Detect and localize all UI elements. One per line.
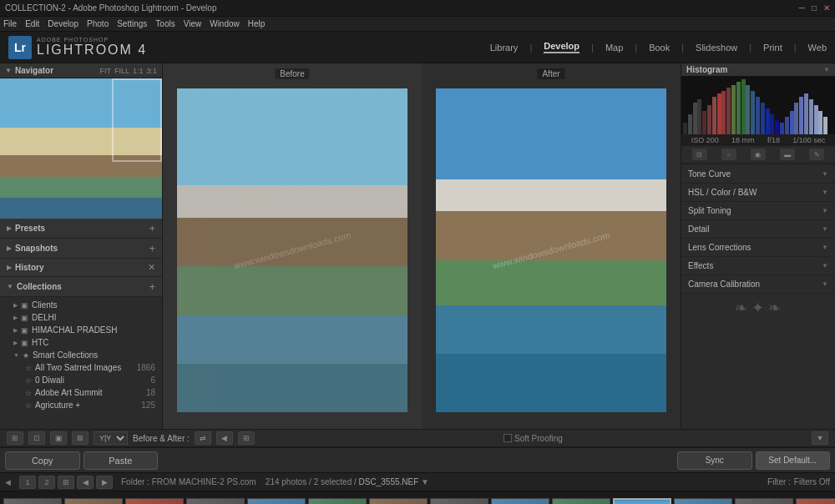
logo-area: Lr ADOBE PHOTOSHOP LIGHTROOM 4: [8, 36, 147, 59]
collection-clients[interactable]: ▶ ▣ Clients: [0, 299, 162, 311]
filmstrip-info-bar: ◀ 1 2 ⊞ ◀ ▶ Folder : FROM MACHINE-2 PS.c…: [0, 472, 835, 491]
snapshots-section-header[interactable]: ▶ Snapshots +: [0, 239, 162, 259]
nav-book[interactable]: Book: [649, 43, 670, 53]
filmstrip-thumb-7[interactable]: [369, 498, 428, 505]
copy-paste-bar: Copy Paste Sync Set Default...: [0, 447, 835, 472]
prev-btn[interactable]: ◀: [216, 431, 233, 445]
right-panel: Histogram ▼ ISO 200 18 mm f/18 1/100 sec…: [681, 63, 835, 429]
nav-print[interactable]: Print: [763, 43, 782, 53]
collection-smart[interactable]: ▼ ★ Smart Collections: [0, 349, 162, 361]
navigator-section-header[interactable]: ▼ Navigator FIT FILL 1:1 3:1: [0, 63, 162, 78]
collection-adobe-art[interactable]: ☆ Adobe Art Summit 18: [0, 386, 162, 399]
filmstrip-grid[interactable]: ⊞: [58, 476, 74, 489]
filmstrip-thumb-10[interactable]: [552, 498, 610, 505]
spot-heal-icon[interactable]: ○: [721, 149, 736, 160]
view-grid-btn[interactable]: ⊞: [7, 431, 23, 445]
brush-icon[interactable]: ✎: [809, 149, 824, 160]
set-default-button[interactable]: Set Default...: [756, 451, 831, 470]
nav-map[interactable]: Map: [605, 43, 623, 53]
collection-diwali[interactable]: ☆ 0 Diwali 6: [0, 374, 162, 386]
sync-button[interactable]: Sync: [677, 451, 752, 470]
history-clear-btn[interactable]: ✕: [148, 262, 155, 273]
filmstrip-nav-1[interactable]: 1: [19, 476, 36, 489]
presets-section-header[interactable]: ▶ Presets +: [0, 219, 162, 239]
menu-help[interactable]: Help: [248, 19, 266, 28]
mode-select[interactable]: Y|Y: [94, 431, 128, 445]
nav-web[interactable]: Web: [808, 43, 827, 53]
exif-shutter: 1/100 sec: [792, 136, 825, 144]
nav-1-1[interactable]: 1:1: [133, 67, 144, 75]
menu-photo[interactable]: Photo: [87, 19, 109, 28]
menu-develop[interactable]: Develop: [48, 19, 78, 28]
gradient-icon[interactable]: ▬: [780, 149, 795, 160]
minimize-btn[interactable]: ─: [799, 3, 805, 13]
snapshots-add-btn[interactable]: +: [149, 242, 155, 255]
history-arrow: ▶: [7, 264, 12, 271]
copy-button[interactable]: Copy: [5, 451, 80, 470]
history-section-header[interactable]: ▶ History ✕: [0, 259, 162, 277]
nav-fill[interactable]: FILL: [114, 67, 129, 75]
filmstrip-thumb-13[interactable]: [735, 498, 793, 505]
filmstrip-thumb-4[interactable]: [186, 498, 245, 505]
menu-view[interactable]: View: [184, 19, 202, 28]
menu-tools[interactable]: Tools: [155, 19, 175, 28]
nav-library[interactable]: Library: [490, 43, 519, 53]
section-detail[interactable]: Detail ▼: [681, 220, 835, 239]
nav-fit[interactable]: FIT: [99, 67, 111, 75]
filmstrip-thumb-8[interactable]: [430, 498, 488, 505]
nav-3-1[interactable]: 3:1: [146, 67, 157, 75]
view-loupe-btn[interactable]: ⊡: [28, 431, 45, 445]
collections-section-header[interactable]: ▼ Collections +: [0, 277, 162, 297]
menubar: File Edit Develop Photo Settings Tools V…: [0, 17, 835, 32]
layout-btn[interactable]: ⊞: [238, 431, 255, 445]
collection-two-starred[interactable]: ☆ All Two Satrred Images 1866: [0, 361, 162, 374]
collection-agricuture[interactable]: ☆ Agricuture + 125: [0, 399, 162, 411]
toolbar-right-arrow[interactable]: ▼: [812, 431, 828, 445]
maximize-btn[interactable]: □: [812, 3, 817, 13]
collections-add-btn[interactable]: +: [149, 280, 155, 293]
menu-window[interactable]: Window: [210, 19, 240, 28]
section-tone-curve[interactable]: Tone Curve ▼: [681, 165, 835, 184]
filmstrip-thumb-11[interactable]: [613, 498, 671, 505]
section-split-toning[interactable]: Split Toning ▼: [681, 202, 835, 220]
paste-button[interactable]: Paste: [84, 451, 159, 470]
nav-slideshow[interactable]: Slideshow: [696, 43, 737, 53]
filmstrip-next[interactable]: ▶: [96, 476, 113, 489]
collection-delhi[interactable]: ▶ ▣ DELHI: [0, 311, 162, 324]
navigator-thumbnail: [0, 78, 162, 219]
filmstrip-thumb-2[interactable]: [64, 498, 123, 505]
menu-file[interactable]: File: [3, 19, 17, 28]
menu-settings[interactable]: Settings: [117, 19, 147, 28]
filmstrip-thumb-14[interactable]: [796, 498, 835, 505]
section-effects[interactable]: Effects ▼: [681, 257, 835, 275]
navigator-focus-box: [112, 78, 162, 162]
filmstrip-thumb-3[interactable]: [125, 498, 184, 505]
swap-btn[interactable]: ⇄: [195, 431, 211, 445]
collection-htc[interactable]: ▶ ▣ HTC: [0, 336, 162, 349]
filmstrip-prev-btn[interactable]: ◀: [5, 478, 11, 486]
section-hsl[interactable]: HSL / Color / B&W ▼: [681, 184, 835, 202]
filmstrip-prev[interactable]: ◀: [77, 476, 94, 489]
crop-icon[interactable]: ⊡: [692, 149, 707, 160]
filmstrip-nav-2[interactable]: 2: [38, 476, 55, 489]
histogram-area: Histogram ▼ ISO 200 18 mm f/18 1/100 sec…: [681, 63, 835, 147]
filmstrip-thumb-5[interactable]: [247, 498, 306, 505]
filmstrip-thumb-6[interactable]: [308, 498, 367, 505]
filmstrip-thumb-12[interactable]: [674, 498, 732, 505]
filmstrip-thumb-9[interactable]: [491, 498, 549, 505]
section-lens-corrections[interactable]: Lens Corrections ▼: [681, 239, 835, 257]
presets-add-btn[interactable]: +: [149, 222, 155, 234]
filter-value[interactable]: Filters Off: [794, 477, 830, 486]
view-survey-btn[interactable]: ⊠: [72, 431, 89, 445]
collection-himachal[interactable]: ▶ ▣ HIMACHAL PRADESH: [0, 324, 162, 336]
view-compare-btn[interactable]: ▣: [50, 431, 67, 445]
nav-develop[interactable]: Develop: [544, 41, 579, 53]
adobe-label: ADOBE PHOTOSHOP: [37, 37, 147, 43]
filmstrip-thumb-1[interactable]: [3, 498, 62, 505]
close-btn[interactable]: ✕: [823, 3, 830, 13]
menu-edit[interactable]: Edit: [25, 19, 39, 28]
after-photo-area: www.windowsdownloads.com: [422, 63, 681, 429]
section-camera-calibration[interactable]: Camera Calibration ▼: [681, 275, 835, 294]
redeye-icon[interactable]: ◉: [751, 149, 766, 160]
soft-proofing-checkbox[interactable]: [504, 434, 512, 442]
